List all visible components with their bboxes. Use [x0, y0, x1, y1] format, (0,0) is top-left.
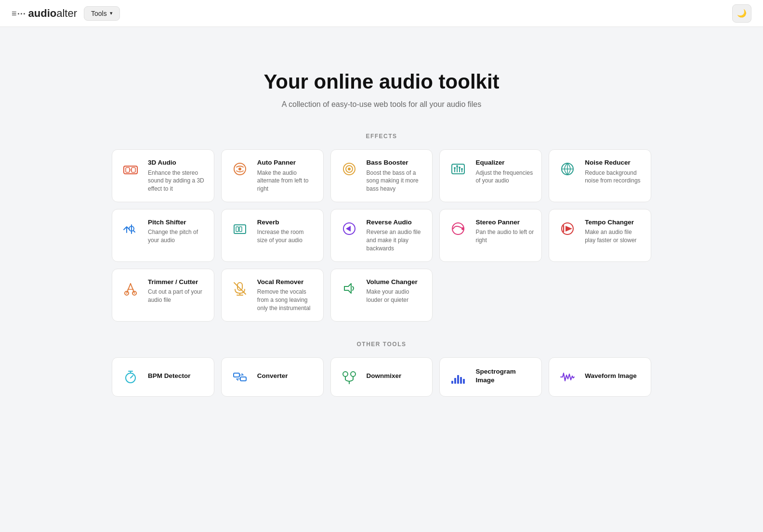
tool-card-volume-changer[interactable]: Volume Changer Make your audio louder or…: [330, 269, 433, 322]
svg-rect-2: [132, 168, 135, 172]
svg-marker-42: [344, 284, 351, 293]
navbar: ≡⋯ audioalter Tools ▾ 🌙: [0, 0, 763, 27]
downmixer-name: Downmixer: [367, 372, 425, 380]
svg-rect-57: [460, 377, 462, 384]
tool-card-converter[interactable]: Converter: [221, 357, 324, 397]
hero-title: Your online audio toolkit: [10, 70, 753, 93]
stereo-panner-info: Stereo Panner Pan the audio to left or r…: [475, 218, 534, 245]
volume-changer-name: Volume Changer: [367, 278, 425, 286]
bass-booster-info: Bass Booster Boost the bass of a song ma…: [367, 158, 425, 193]
pitch-shifter-icon: [120, 218, 141, 239]
effects-section: EFFECTS 3D Audio Enhance the stereo soun…: [102, 133, 661, 341]
noise-reducer-info: Noise Reducer Reduce background noise fr…: [585, 158, 643, 185]
tool-card-noise-reducer[interactable]: Noise Reducer Reduce background noise fr…: [549, 149, 651, 202]
svg-rect-48: [240, 377, 246, 381]
tool-card-bass-booster[interactable]: Bass Booster Boost the bass of a song ma…: [330, 149, 433, 202]
converter-info: Converter: [257, 372, 316, 382]
downmixer-icon: [339, 366, 360, 388]
svg-point-15: [456, 165, 458, 167]
noise-reducer-desc: Reduce background noise from recordings: [585, 169, 643, 185]
logo[interactable]: ≡⋯ audioalter: [12, 7, 77, 20]
svg-point-49: [343, 372, 348, 376]
svg-point-29: [461, 227, 464, 230]
waveform-icon: [557, 366, 578, 388]
effects-section-title: EFFECTS: [112, 133, 651, 140]
converter-name: Converter: [257, 372, 316, 380]
svg-rect-54: [451, 381, 453, 384]
volume-changer-desc: Make your audio louder or quieter: [367, 288, 425, 304]
tool-card-pitch-shifter[interactable]: Pitch Shifter Change the pitch of your a…: [112, 209, 214, 262]
equalizer-icon: [447, 158, 469, 180]
vocal-remover-icon: [229, 278, 250, 299]
volume-changer-icon: [339, 278, 360, 299]
vocal-remover-info: Vocal Remover Remove the vocals from a s…: [257, 278, 316, 312]
equalizer-info: Equalizer Adjust the frequencies of your…: [475, 158, 534, 185]
svg-point-17: [461, 168, 463, 170]
bpm-detector-name: BPM Detector: [148, 372, 206, 380]
reverb-desc: Increase the room size of your audio: [257, 228, 316, 245]
pitch-shifter-name: Pitch Shifter: [148, 218, 206, 227]
hero-section: Your online audio toolkit A collection o…: [0, 27, 763, 133]
auto-panner-icon: [229, 158, 250, 180]
dark-mode-toggle[interactable]: 🌙: [732, 4, 751, 23]
bpm-detector-info: BPM Detector: [148, 372, 206, 382]
tool-card-3d-audio[interactable]: 3D Audio Enhance the stereo sound by add…: [112, 149, 214, 202]
svg-rect-24: [236, 227, 238, 232]
spectrogram-name: Spectrogram Image: [475, 367, 534, 384]
tool-card-equalizer[interactable]: Equalizer Adjust the frequencies of your…: [439, 149, 542, 202]
auto-panner-name: Auto Panner: [257, 158, 316, 167]
tool-card-tempo-changer[interactable]: Tempo Changer Make an audio file play fa…: [549, 209, 651, 262]
svg-rect-1: [126, 168, 130, 172]
reverb-name: Reverb: [257, 218, 316, 227]
vocal-remover-desc: Remove the vocals from a song leaving on…: [257, 288, 316, 312]
tool-card-waveform[interactable]: Waveform Image: [549, 357, 651, 397]
svg-point-5: [238, 168, 241, 170]
other-tools-grid: BPM Detector Converter: [112, 357, 651, 397]
3d-audio-info: 3D Audio Enhance the stereo sound by add…: [148, 158, 206, 193]
bass-booster-icon: [339, 158, 360, 180]
hero-subtitle: A collection of easy-to-use web tools fo…: [10, 100, 753, 109]
tools-button-label: Tools: [91, 10, 107, 17]
tempo-changer-info: Tempo Changer Make an audio file play fa…: [585, 218, 643, 245]
svg-point-50: [351, 372, 355, 376]
tool-card-trimmer[interactable]: Trimmer / Cutter Cut out a part of your …: [112, 269, 214, 322]
auto-panner-info: Auto Panner Make the audio alternate fro…: [257, 158, 316, 193]
reverse-audio-icon: [339, 218, 360, 239]
waveform-name: Waveform Image: [585, 372, 643, 380]
tool-card-stereo-panner[interactable]: Stereo Panner Pan the audio to left or r…: [439, 209, 542, 262]
downmixer-info: Downmixer: [367, 372, 425, 382]
tool-card-downmixer[interactable]: Downmixer: [330, 357, 433, 397]
tool-card-reverb[interactable]: Reverb Increase the room size of your au…: [221, 209, 324, 262]
3d-audio-icon: [120, 158, 141, 180]
waveform-info: Waveform Image: [585, 372, 643, 382]
svg-point-14: [454, 167, 456, 169]
tool-card-spectrogram[interactable]: Spectrogram Image: [439, 357, 542, 397]
tempo-changer-icon: [557, 218, 578, 239]
tool-card-reverse-audio[interactable]: Reverse Audio Reverse an audio file and …: [330, 209, 433, 262]
svg-rect-56: [457, 375, 459, 384]
chevron-down-icon: ▾: [110, 10, 113, 16]
svg-rect-55: [454, 378, 456, 384]
tool-card-bpm-detector[interactable]: BPM Detector: [112, 357, 214, 397]
bass-booster-name: Bass Booster: [367, 158, 425, 167]
trimmer-icon: [120, 278, 141, 299]
auto-panner-desc: Make the audio alternate from left to ri…: [257, 169, 316, 193]
bass-booster-desc: Boost the bass of a song making it more …: [367, 169, 425, 193]
reverb-info: Reverb Increase the room size of your au…: [257, 218, 316, 245]
noise-reducer-name: Noise Reducer: [585, 158, 643, 167]
tools-button[interactable]: Tools ▾: [84, 6, 120, 21]
tool-card-auto-panner[interactable]: Auto Panner Make the audio alternate fro…: [221, 149, 324, 202]
navbar-left: ≡⋯ audioalter Tools ▾: [12, 6, 120, 21]
pitch-shifter-desc: Change the pitch of your audio: [148, 228, 206, 245]
trimmer-info: Trimmer / Cutter Cut out a part of your …: [148, 278, 206, 304]
effects-tools-grid: 3D Audio Enhance the stereo sound by add…: [112, 149, 651, 322]
svg-point-8: [348, 168, 351, 170]
spectrogram-info: Spectrogram Image: [475, 367, 534, 386]
reverse-audio-desc: Reverse an audio file and make it play b…: [367, 228, 425, 252]
noise-reducer-icon: [557, 158, 578, 180]
equalizer-desc: Adjust the frequencies of your audio: [475, 169, 534, 185]
tool-card-vocal-remover[interactable]: Vocal Remover Remove the vocals from a s…: [221, 269, 324, 322]
converter-icon: [229, 366, 250, 388]
svg-rect-58: [463, 379, 465, 384]
equalizer-name: Equalizer: [475, 158, 534, 167]
